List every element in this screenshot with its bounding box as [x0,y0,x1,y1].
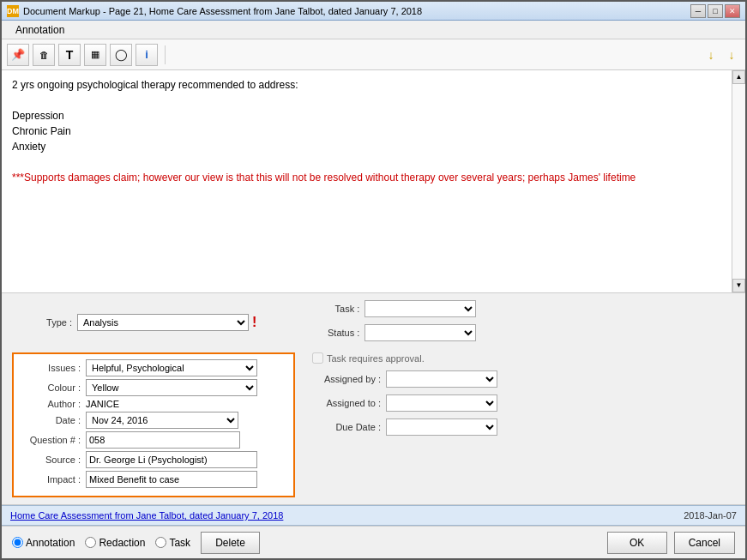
ok-button[interactable]: OK [607,532,667,554]
question-label: Question # : [21,435,81,445]
nav-down-button[interactable]: ↓ [723,45,740,65]
main-window: DM Document Markup - Page 21, Home Care … [0,0,747,560]
toolbar: 📌 🗑 T ▦ ◯ i ↓ ↓ [2,39,745,70]
text-area[interactable]: 2 yrs ongoing psychological therapy reco… [2,70,745,293]
source-input[interactable] [86,451,257,468]
redaction-radio[interactable] [85,537,96,548]
impact-input[interactable] [86,471,257,488]
delete-button[interactable]: 🗑 [33,44,55,66]
annotation-content: 2 yrs ongoing psychological therapy reco… [12,77,735,185]
orange-box: Issues : Helpful, Psychological Colour :… [12,352,295,497]
window-title: Document Markup - Page 21, Home Care Ass… [23,6,422,16]
issues-label: Issues : [21,363,81,373]
nav-up-button[interactable]: ↓ [702,45,720,65]
colour-row: Colour : Yellow [21,379,286,396]
task-approval-row: Task requires approval. [312,352,497,364]
form-main-area: Issues : Helpful, Psychological Colour :… [12,349,735,497]
due-date-select[interactable] [386,418,497,436]
colour-label: Colour : [21,382,81,393]
text-line-1: 2 yrs ongoing psychological therapy reco… [12,77,718,93]
assigned-to-row: Assigned to : [312,394,497,412]
bottom-buttons: OK Cancel [607,532,735,554]
author-row: Author : JANICE [21,399,286,409]
text-line-3: Depression [12,108,718,123]
annotation-radio-label: Annotation [26,537,75,549]
status-select[interactable] [364,324,476,341]
scroll-up-arrow[interactable]: ▲ [732,70,745,84]
assigned-by-select[interactable] [386,370,497,388]
impact-row: Impact : [21,471,286,488]
author-label: Author : [21,399,81,409]
date-select[interactable]: Nov 24, 2016 [86,412,238,429]
type-row: Type : Analysis ! Task : Status : [12,300,735,345]
type-select[interactable]: Analysis [77,314,249,331]
text-line-7: ***Supports damages claim; however our v… [12,170,718,185]
task-approval-checkbox[interactable] [312,352,323,364]
close-button[interactable]: ✕ [725,4,740,18]
annotation-radio[interactable] [12,537,23,548]
author-value: JANICE [86,399,119,409]
cancel-button[interactable]: Cancel [674,532,735,554]
assigned-by-row: Assigned by : [312,370,497,388]
app-icon: DM [7,5,19,17]
colour-select[interactable]: Yellow [86,379,257,396]
task-radio-label: Task [169,537,190,549]
text-line-6 [12,154,718,170]
toolbar-separator [165,45,166,64]
assigned-by-label: Assigned by : [312,374,381,384]
title-bar: DM Document Markup - Page 21, Home Care … [2,2,745,21]
annotation-radio-item: Annotation [12,537,75,549]
footer-link[interactable]: Home Care Assessment from Jane Talbot, d… [10,510,283,521]
task-radio[interactable] [155,537,166,548]
issues-select[interactable]: Helpful, Psychological [86,359,257,376]
text-button[interactable]: T [58,44,81,66]
due-date-row: Due Date : [312,418,497,436]
question-input[interactable] [86,431,240,449]
menu-annotation[interactable]: Annotation [9,22,71,38]
task-approval-label: Task requires approval. [327,353,425,364]
type-label: Type : [12,317,72,328]
assigned-to-select[interactable] [386,394,497,412]
status-row: Status : [291,324,476,341]
bottom-bar: Annotation Redaction Task Delete OK Canc… [2,526,745,558]
impact-label: Impact : [21,474,81,485]
delete-button[interactable]: Delete [201,532,260,554]
text-line-2 [12,93,718,108]
task-select[interactable] [364,300,476,317]
scroll-track[interactable] [732,84,745,279]
form-section: Type : Analysis ! Task : Status : [2,293,745,505]
footer-bar: Home Care Assessment from Jane Talbot, d… [2,505,745,526]
right-form-area: Task requires approval. Assigned by : As… [312,349,497,497]
assigned-to-label: Assigned to : [312,398,381,408]
minimize-button[interactable]: ─ [690,4,706,18]
task-radio-item: Task [155,537,190,549]
issues-row: Issues : Helpful, Psychological [21,359,286,376]
exclamation-icon: ! [252,315,256,330]
radio-group: Annotation Redaction Task Delete [12,532,260,554]
scroll-down-arrow[interactable]: ▼ [732,279,745,292]
task-label: Task : [291,304,359,314]
table-button[interactable]: ▦ [84,44,106,66]
menu-bar: Annotation [2,21,745,39]
date-row: Date : Nov 24, 2016 [21,412,286,429]
status-label: Status : [291,328,359,338]
source-label: Source : [21,455,81,465]
content-area: 2 yrs ongoing psychological therapy reco… [2,70,745,558]
text-line-5: Anxiety [12,139,718,154]
maximize-button[interactable]: □ [708,4,723,18]
pin-button[interactable]: 📌 [7,44,29,66]
question-row: Question # : [21,431,286,449]
text-scrollbar[interactable]: ▲ ▼ [732,70,745,292]
circle-button[interactable]: ◯ [110,44,132,66]
redaction-radio-label: Redaction [99,537,145,549]
title-bar-left: DM Document Markup - Page 21, Home Care … [7,5,422,17]
date-label: Date : [21,415,81,425]
due-date-label: Due Date : [312,422,381,432]
text-line-4: Chronic Pain [12,123,718,139]
source-row: Source : [21,451,286,468]
redaction-radio-item: Redaction [85,537,145,549]
info-button[interactable]: i [136,44,158,66]
footer-date: 2018-Jan-07 [684,510,737,521]
task-row: Task : [291,300,476,317]
toolbar-nav: ↓ ↓ [702,45,740,65]
